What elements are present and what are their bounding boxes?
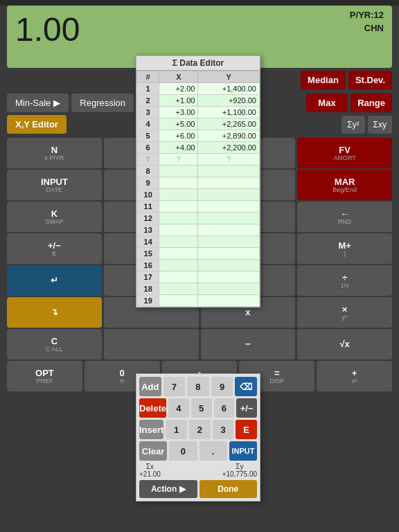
clear-button[interactable]: C C ALL: [7, 329, 102, 360]
table-row-empty: 10: [137, 189, 260, 201]
multiply-button[interactable]: × yˣ: [297, 297, 392, 328]
table-row-empty: 16: [137, 260, 260, 272]
col-header-num: #: [137, 71, 159, 83]
regression-button[interactable]: Regression: [71, 94, 134, 112]
row-x: +1.00: [159, 95, 198, 107]
key-1[interactable]: 1: [166, 420, 187, 439]
row-num: 3: [137, 107, 159, 118]
backspace-key[interactable]: ⌫: [235, 377, 257, 396]
e-key[interactable]: E: [236, 420, 257, 439]
keypad-row-1: Add 7 8 9 ⌫: [139, 377, 257, 396]
enter-button[interactable]: ↵: [7, 265, 102, 296]
row-x: +2.00: [159, 83, 198, 95]
key-6[interactable]: 6: [214, 398, 235, 418]
row-y: +2,265.00: [198, 118, 260, 130]
action-button[interactable]: Action ▶: [139, 480, 197, 498]
table-row-empty: 13: [137, 224, 260, 236]
sum-x-value: +21.00: [139, 470, 161, 478]
key-dot[interactable]: .: [200, 441, 227, 461]
table-row[interactable]: 6 +4.00 +2,200.00: [137, 142, 260, 154]
data-editor-title: Σ Data Editor: [136, 56, 260, 71]
blank-button-5[interactable]: [104, 329, 199, 360]
minus-button[interactable]: −: [201, 329, 296, 360]
row-num: 7: [137, 154, 159, 166]
backspace-button[interactable]: ← RND: [297, 202, 392, 232]
row-y: +2,200.00: [198, 142, 260, 154]
row-num: 4: [137, 118, 159, 130]
stdev-button[interactable]: St.Dev.: [348, 71, 392, 89]
sum2-button[interactable]: Σy²: [342, 116, 364, 134]
calc-row-7: C C ALL − √x: [7, 329, 392, 360]
row-x: ?: [159, 154, 198, 166]
data-table: # X Y 1 +2.00 +1,400.00 2 +1.00 +920.00 …: [136, 71, 260, 307]
minsale-arrow: ▶: [53, 98, 60, 108]
mplus-button[interactable]: M+ ): [297, 233, 392, 264]
table-row-empty: 11: [137, 201, 260, 213]
kp-summaries: Σx +21.00 Σy +10,775.00: [139, 463, 257, 478]
mar-button[interactable]: MAR Beg/End: [297, 170, 392, 200]
sqrt-button[interactable]: √x: [297, 329, 392, 360]
sum-y-value: +10,775.00: [222, 470, 257, 478]
divide-button[interactable]: ÷ 1/x: [297, 265, 392, 296]
plusminus-key[interactable]: +/−: [236, 398, 257, 418]
pyr-indicator: P/YR:12: [350, 10, 384, 20]
display-indicators: P/YR:12 CHN: [350, 10, 384, 33]
input-button[interactable]: INPUT DATE: [7, 170, 102, 200]
k-button[interactable]: K SWAP: [7, 202, 102, 232]
calculator: 1.00 P/YR:12 CHN Median St.Dev. Min-Sale…: [0, 6, 399, 532]
sum-y-label: Σy: [236, 463, 243, 470]
range-button[interactable]: Range: [351, 94, 392, 112]
key-0[interactable]: 0: [169, 441, 197, 461]
row-num: 6: [137, 142, 159, 154]
key-3[interactable]: 3: [213, 420, 234, 439]
insert-button[interactable]: Insert: [139, 420, 163, 439]
opt-button[interactable]: OPT PREF: [7, 361, 82, 391]
xyeditor-button[interactable]: X,Y Editor: [7, 115, 66, 134]
table-row[interactable]: 1 +2.00 +1,400.00: [137, 83, 260, 95]
delete-button[interactable]: Delete: [139, 398, 166, 418]
row-x: +6.00: [159, 130, 198, 142]
row-y: +920.00: [198, 95, 260, 107]
keypad-row-2: Delete 4 5 6 +/−: [139, 398, 257, 418]
key-8[interactable]: 8: [187, 377, 209, 396]
table-row[interactable]: 2 +1.00 +920.00: [137, 95, 260, 107]
table-row[interactable]: 4 +5.00 +2,265.00: [137, 118, 260, 130]
row-x: +3.00: [159, 107, 198, 118]
key-2[interactable]: 2: [189, 420, 211, 439]
row-x: +4.00: [159, 142, 198, 154]
table-row[interactable]: 5 +6.00 +2,890.00: [137, 130, 260, 142]
table-row[interactable]: 7 ? ?: [137, 154, 260, 166]
key-5[interactable]: 5: [191, 398, 212, 418]
kp-action-row: Action ▶ Done: [139, 480, 257, 498]
keypad-overlay: Add 7 8 9 ⌫ Delete 4 5 6 +/− Insert 1 2 …: [136, 373, 260, 502]
minsale-label: Min-Sale: [15, 98, 51, 108]
n-button[interactable]: N x P/YR: [7, 138, 102, 168]
table-row-empty: 14: [137, 236, 260, 248]
keypad-row-3: Insert 1 2 3 E: [139, 420, 257, 439]
table-row[interactable]: 3 +3.00 +1,100.00: [137, 107, 260, 118]
chn-indicator: CHN: [364, 23, 384, 33]
key-7[interactable]: 7: [163, 377, 186, 396]
input-key[interactable]: INPUT: [229, 441, 257, 461]
minsale-button[interactable]: Min-Sale ▶: [7, 94, 69, 112]
plus-button[interactable]: + x²: [317, 361, 392, 391]
row-y: +1,100.00: [198, 107, 260, 118]
plusminus-button[interactable]: +/− E: [7, 233, 102, 264]
table-row-empty: 18: [137, 283, 260, 295]
sumxy-button[interactable]: Σxy: [368, 116, 392, 134]
shift-button[interactable]: ↴: [7, 297, 102, 328]
median-button[interactable]: Median: [301, 71, 346, 89]
row-y: +1,400.00: [198, 83, 260, 95]
display-number: 1.00: [15, 10, 80, 50]
key-9[interactable]: 9: [211, 377, 233, 396]
fv-button[interactable]: FV AMORT: [297, 138, 392, 168]
max-button[interactable]: Max: [306, 94, 348, 112]
table-row-empty: 19: [137, 295, 260, 307]
row-num: 1: [137, 83, 159, 95]
row-y: +2,890.00: [198, 130, 260, 142]
add-button[interactable]: Add: [139, 377, 161, 396]
done-button[interactable]: Done: [200, 480, 258, 498]
col-header-y: Y: [198, 71, 260, 83]
clear-key[interactable]: Clear: [139, 441, 167, 461]
key-4[interactable]: 4: [168, 398, 189, 418]
